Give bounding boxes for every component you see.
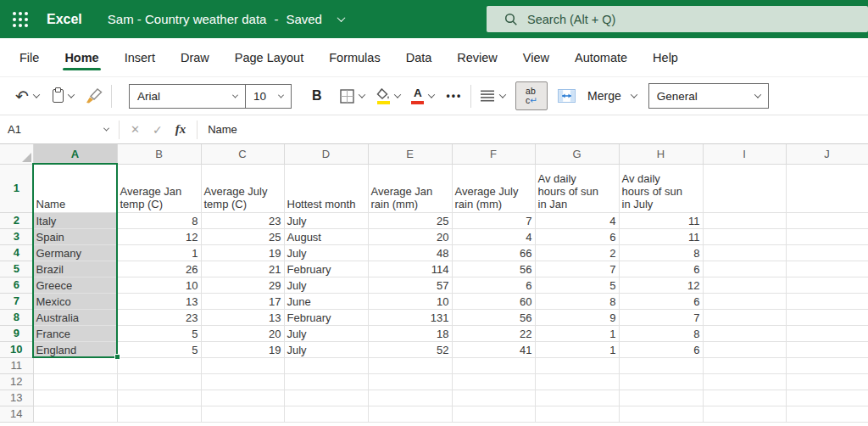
cell-I4[interactable] [703, 244, 786, 261]
cell-A4[interactable]: Germany [33, 244, 117, 261]
cell-D11[interactable] [284, 357, 368, 373]
cell-C9[interactable]: 20 [201, 325, 284, 341]
cell-E8[interactable]: 131 [368, 309, 452, 325]
number-format-select[interactable]: General [648, 83, 769, 109]
cell-H14[interactable] [619, 406, 703, 422]
cell-F14[interactable] [452, 406, 535, 422]
cell-H7[interactable]: 6 [619, 293, 703, 309]
cell-E12[interactable] [368, 373, 452, 390]
col-header-J[interactable]: J [786, 144, 868, 164]
cell-E1[interactable]: Average Jan rain (mm) [368, 164, 452, 212]
cell-D6[interactable]: July [284, 277, 368, 293]
select-all-corner[interactable] [0, 144, 33, 164]
col-header-H[interactable]: H [619, 144, 703, 164]
cell-F10[interactable]: 41 [452, 341, 535, 357]
cell-A9[interactable]: France [33, 325, 117, 341]
cell-H12[interactable] [619, 373, 703, 390]
more-font-options-button[interactable]: ••• [446, 90, 462, 102]
cell-J5[interactable] [786, 261, 868, 277]
cell-B3[interactable]: 12 [117, 228, 201, 244]
tab-file[interactable]: File [7, 38, 52, 76]
font-name-select[interactable]: Arial [130, 85, 245, 108]
cell-F8[interactable]: 56 [452, 309, 535, 325]
document-title[interactable]: Sam - Country weather data - Saved [108, 12, 344, 26]
cell-A10[interactable]: England [33, 341, 117, 357]
cell-G4[interactable]: 2 [535, 244, 619, 261]
cell-D8[interactable]: February [284, 309, 368, 325]
undo-button[interactable]: ↶ [15, 88, 39, 104]
cell-G2[interactable]: 4 [535, 212, 619, 228]
cell-G9[interactable]: 1 [535, 325, 619, 341]
cell-E14[interactable] [368, 406, 452, 422]
tab-insert[interactable]: Insert [112, 38, 168, 76]
cell-C10[interactable]: 19 [201, 341, 284, 357]
row-header-7[interactable]: 7 [0, 293, 33, 309]
cell-E11[interactable] [368, 357, 452, 373]
cell-H10[interactable]: 6 [619, 341, 703, 357]
row-header-6[interactable]: 6 [0, 277, 33, 293]
cell-A3[interactable]: Spain [33, 228, 117, 244]
cell-H4[interactable]: 8 [619, 244, 703, 261]
app-name[interactable]: Excel [47, 12, 82, 27]
cell-J6[interactable] [786, 277, 868, 293]
cell-G13[interactable] [535, 390, 619, 406]
cell-J11[interactable] [786, 357, 868, 373]
cell-D10[interactable]: July [284, 341, 368, 357]
cell-F12[interactable] [452, 373, 535, 390]
cell-J3[interactable] [786, 228, 868, 244]
cell-G11[interactable] [535, 357, 619, 373]
align-button[interactable] [480, 90, 505, 102]
cell-E7[interactable]: 10 [368, 293, 452, 309]
cell-D4[interactable]: July [284, 244, 368, 261]
cell-B12[interactable] [117, 373, 201, 390]
cell-F7[interactable]: 60 [452, 293, 535, 309]
cell-D7[interactable]: June [284, 293, 368, 309]
cell-B7[interactable]: 13 [117, 293, 201, 309]
cell-F9[interactable]: 22 [452, 325, 535, 341]
row-header-1[interactable]: 1 [0, 164, 33, 212]
row-header-8[interactable]: 8 [0, 309, 33, 325]
cell-F11[interactable] [452, 357, 535, 373]
cell-H5[interactable]: 6 [619, 261, 703, 277]
cell-H11[interactable] [619, 357, 703, 373]
cell-H2[interactable]: 11 [619, 212, 703, 228]
cell-E6[interactable]: 57 [368, 277, 452, 293]
row-header-12[interactable]: 12 [0, 373, 33, 390]
tab-home[interactable]: Home [52, 38, 111, 76]
cell-J12[interactable] [786, 373, 868, 390]
col-header-I[interactable]: I [703, 144, 786, 164]
fill-color-button[interactable] [376, 88, 400, 104]
cell-I12[interactable] [703, 373, 786, 390]
col-header-E[interactable]: E [368, 144, 452, 164]
cell-A1[interactable]: Name [33, 164, 117, 212]
row-header-3[interactable]: 3 [0, 228, 33, 244]
cell-I11[interactable] [703, 357, 786, 373]
col-header-A[interactable]: A [33, 144, 117, 164]
merge-cells-button[interactable]: Merge [558, 89, 637, 103]
cell-I9[interactable] [703, 325, 786, 341]
cell-E4[interactable]: 48 [368, 244, 452, 261]
cell-A7[interactable]: Mexico [33, 293, 117, 309]
cell-F6[interactable]: 6 [452, 277, 535, 293]
bold-button[interactable]: B [305, 85, 329, 107]
cell-D9[interactable]: July [284, 325, 368, 341]
cell-G10[interactable]: 1 [535, 341, 619, 357]
row-header-14[interactable]: 14 [0, 406, 33, 422]
cell-E3[interactable]: 20 [368, 228, 452, 244]
cell-C1[interactable]: Average July temp (C) [201, 164, 284, 212]
cell-A8[interactable]: Australia [33, 309, 117, 325]
cell-F13[interactable] [452, 390, 535, 406]
tab-formulas[interactable]: Formulas [316, 38, 392, 76]
col-header-G[interactable]: G [535, 144, 619, 164]
row-header-4[interactable]: 4 [0, 244, 33, 261]
insert-function-icon[interactable]: fx [175, 122, 186, 137]
confirm-icon[interactable]: ✓ [153, 123, 163, 137]
cell-D3[interactable]: August [284, 228, 368, 244]
cell-B5[interactable]: 26 [117, 261, 201, 277]
cell-I7[interactable] [703, 293, 786, 309]
cell-H1[interactable]: Av daily hours of sun in July [619, 164, 703, 212]
cell-C3[interactable]: 25 [201, 228, 284, 244]
borders-button[interactable] [340, 89, 364, 104]
cell-E5[interactable]: 114 [368, 261, 452, 277]
cell-I1[interactable] [703, 164, 786, 212]
